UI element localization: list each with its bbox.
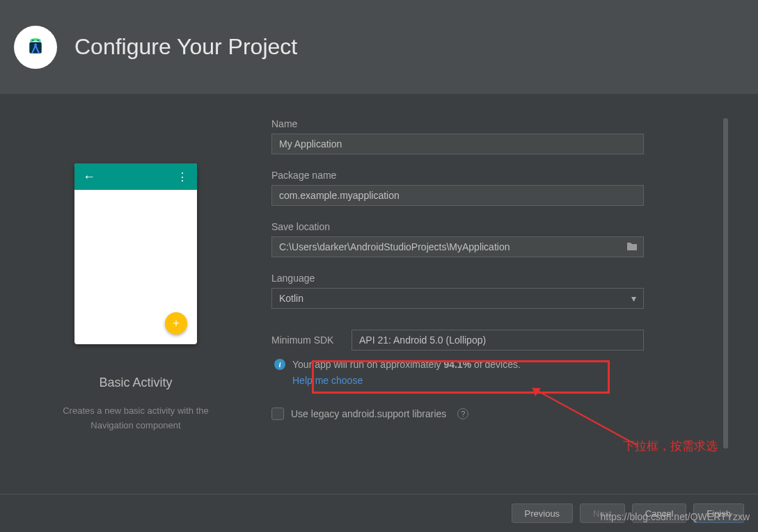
template-preview-column: ← ⋮ + Basic Activity Creates a new basic… — [38, 118, 233, 494]
save-location-input[interactable]: C:\Users\darker\AndroidStudioProjects\My… — [271, 236, 644, 257]
template-description: Creates a new basic activity with the Na… — [38, 404, 233, 433]
previous-button[interactable]: Previous — [512, 503, 574, 523]
sdk-info-text: i Your app will run on approximately 94.… — [271, 357, 709, 388]
annotation-text: 下拉框，按需求选 — [623, 438, 718, 454]
package-label: Package name — [271, 170, 709, 181]
svg-point-2 — [38, 40, 39, 41]
language-select[interactable]: Kotlin — [271, 288, 644, 309]
scrollbar[interactable] — [723, 118, 730, 473]
wizard-header: Configure Your Project — [0, 0, 758, 94]
save-location-label: Save location — [271, 221, 709, 232]
name-label: Name — [271, 118, 709, 129]
cancel-button[interactable]: Cancel — [632, 503, 686, 523]
language-label: Language — [271, 273, 709, 284]
legacy-support-checkbox[interactable] — [271, 408, 284, 420]
finish-button[interactable]: Finish — [693, 503, 744, 523]
overflow-menu-icon: ⋮ — [177, 170, 189, 184]
minimum-sdk-select[interactable]: API 21: Android 5.0 (Lollipop) — [352, 330, 644, 350]
package-input[interactable]: com.example.myapplication — [271, 185, 644, 206]
back-arrow-icon: ← — [83, 170, 95, 184]
content-area: ← ⋮ + Basic Activity Creates a new basic… — [0, 94, 758, 494]
preview-body: + — [74, 190, 197, 344]
wizard-footer: Previous Next Cancel Finish — [0, 494, 758, 532]
android-studio-logo — [14, 26, 57, 69]
info-icon: i — [274, 359, 285, 370]
legacy-support-label: Use legacy android.support libraries — [291, 408, 446, 419]
name-input[interactable]: My Application — [271, 134, 644, 154]
help-me-choose-link[interactable]: Help me choose — [292, 373, 709, 388]
template-name: Basic Activity — [99, 376, 172, 390]
fab-icon: + — [165, 312, 187, 334]
minimum-sdk-label: Minimum SDK — [271, 334, 352, 346]
svg-point-1 — [32, 40, 33, 41]
next-button[interactable]: Next — [580, 503, 625, 523]
svg-point-4 — [34, 43, 37, 46]
scrollbar-thumb[interactable] — [723, 118, 728, 449]
folder-icon[interactable] — [626, 241, 638, 253]
page-title: Configure Your Project — [74, 34, 297, 60]
help-icon[interactable]: ? — [457, 408, 468, 419]
preview-appbar: ← ⋮ — [74, 163, 197, 190]
form-column: Name My Application Package name com.exa… — [233, 118, 730, 494]
activity-preview: ← ⋮ + — [74, 163, 197, 344]
